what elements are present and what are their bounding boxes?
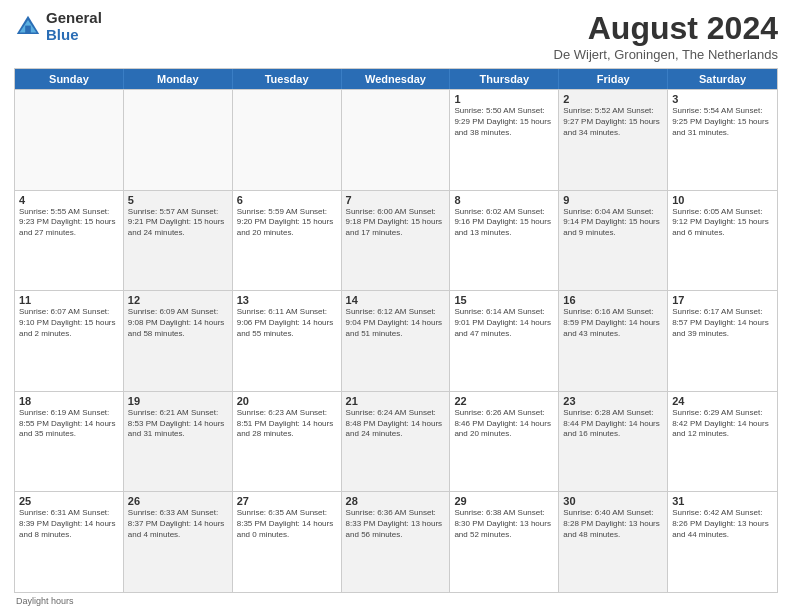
calendar-cell: 29Sunrise: 6:38 AM Sunset: 8:30 PM Dayli… xyxy=(450,492,559,592)
day-info: Sunrise: 5:54 AM Sunset: 9:25 PM Dayligh… xyxy=(672,106,773,138)
day-number: 16 xyxy=(563,294,663,306)
calendar-cell: 8Sunrise: 6:02 AM Sunset: 9:16 PM Daylig… xyxy=(450,191,559,291)
main-title: August 2024 xyxy=(554,10,778,47)
calendar-cell: 15Sunrise: 6:14 AM Sunset: 9:01 PM Dayli… xyxy=(450,291,559,391)
day-info: Sunrise: 6:11 AM Sunset: 9:06 PM Dayligh… xyxy=(237,307,337,339)
calendar-cell: 21Sunrise: 6:24 AM Sunset: 8:48 PM Dayli… xyxy=(342,392,451,492)
calendar-cell: 17Sunrise: 6:17 AM Sunset: 8:57 PM Dayli… xyxy=(668,291,777,391)
day-info: Sunrise: 6:26 AM Sunset: 8:46 PM Dayligh… xyxy=(454,408,554,440)
page: General Blue August 2024 De Wijert, Gron… xyxy=(0,0,792,612)
calendar-header: SundayMondayTuesdayWednesdayThursdayFrid… xyxy=(15,69,777,89)
day-info: Sunrise: 6:04 AM Sunset: 9:14 PM Dayligh… xyxy=(563,207,663,239)
day-info: Sunrise: 6:21 AM Sunset: 8:53 PM Dayligh… xyxy=(128,408,228,440)
day-info: Sunrise: 6:28 AM Sunset: 8:44 PM Dayligh… xyxy=(563,408,663,440)
day-info: Sunrise: 6:14 AM Sunset: 9:01 PM Dayligh… xyxy=(454,307,554,339)
calendar-cell: 24Sunrise: 6:29 AM Sunset: 8:42 PM Dayli… xyxy=(668,392,777,492)
day-number: 9 xyxy=(563,194,663,206)
day-of-week-thursday: Thursday xyxy=(450,69,559,89)
day-number: 23 xyxy=(563,395,663,407)
day-of-week-wednesday: Wednesday xyxy=(342,69,451,89)
day-number: 14 xyxy=(346,294,446,306)
calendar-cell: 1Sunrise: 5:50 AM Sunset: 9:29 PM Daylig… xyxy=(450,90,559,190)
logo-general: General xyxy=(46,10,102,27)
day-info: Sunrise: 6:42 AM Sunset: 8:26 PM Dayligh… xyxy=(672,508,773,540)
calendar-cell: 12Sunrise: 6:09 AM Sunset: 9:08 PM Dayli… xyxy=(124,291,233,391)
day-info: Sunrise: 5:50 AM Sunset: 9:29 PM Dayligh… xyxy=(454,106,554,138)
logo-text: General Blue xyxy=(46,10,102,43)
logo-blue: Blue xyxy=(46,27,102,44)
day-number: 26 xyxy=(128,495,228,507)
calendar-cell: 25Sunrise: 6:31 AM Sunset: 8:39 PM Dayli… xyxy=(15,492,124,592)
day-info: Sunrise: 5:59 AM Sunset: 9:20 PM Dayligh… xyxy=(237,207,337,239)
subtitle: De Wijert, Groningen, The Netherlands xyxy=(554,47,778,62)
svg-rect-2 xyxy=(25,25,31,33)
calendar-cell: 2Sunrise: 5:52 AM Sunset: 9:27 PM Daylig… xyxy=(559,90,668,190)
day-number: 4 xyxy=(19,194,119,206)
header: General Blue August 2024 De Wijert, Gron… xyxy=(14,10,778,62)
day-info: Sunrise: 6:02 AM Sunset: 9:16 PM Dayligh… xyxy=(454,207,554,239)
day-info: Sunrise: 6:23 AM Sunset: 8:51 PM Dayligh… xyxy=(237,408,337,440)
calendar-week-5: 25Sunrise: 6:31 AM Sunset: 8:39 PM Dayli… xyxy=(15,491,777,592)
day-number: 5 xyxy=(128,194,228,206)
calendar-week-4: 18Sunrise: 6:19 AM Sunset: 8:55 PM Dayli… xyxy=(15,391,777,492)
calendar-cell: 27Sunrise: 6:35 AM Sunset: 8:35 PM Dayli… xyxy=(233,492,342,592)
day-info: Sunrise: 6:38 AM Sunset: 8:30 PM Dayligh… xyxy=(454,508,554,540)
calendar-cell: 3Sunrise: 5:54 AM Sunset: 9:25 PM Daylig… xyxy=(668,90,777,190)
day-info: Sunrise: 6:12 AM Sunset: 9:04 PM Dayligh… xyxy=(346,307,446,339)
calendar-cell: 31Sunrise: 6:42 AM Sunset: 8:26 PM Dayli… xyxy=(668,492,777,592)
day-info: Sunrise: 6:31 AM Sunset: 8:39 PM Dayligh… xyxy=(19,508,119,540)
day-number: 8 xyxy=(454,194,554,206)
day-info: Sunrise: 5:52 AM Sunset: 9:27 PM Dayligh… xyxy=(563,106,663,138)
day-number: 11 xyxy=(19,294,119,306)
day-number: 20 xyxy=(237,395,337,407)
day-number: 6 xyxy=(237,194,337,206)
day-of-week-friday: Friday xyxy=(559,69,668,89)
title-section: August 2024 De Wijert, Groningen, The Ne… xyxy=(554,10,778,62)
footer-note: Daylight hours xyxy=(14,593,778,606)
calendar-cell: 19Sunrise: 6:21 AM Sunset: 8:53 PM Dayli… xyxy=(124,392,233,492)
day-number: 28 xyxy=(346,495,446,507)
calendar: SundayMondayTuesdayWednesdayThursdayFrid… xyxy=(14,68,778,593)
day-number: 27 xyxy=(237,495,337,507)
calendar-body: 1Sunrise: 5:50 AM Sunset: 9:29 PM Daylig… xyxy=(15,89,777,592)
day-info: Sunrise: 6:19 AM Sunset: 8:55 PM Dayligh… xyxy=(19,408,119,440)
day-number: 1 xyxy=(454,93,554,105)
day-number: 18 xyxy=(19,395,119,407)
day-info: Sunrise: 6:29 AM Sunset: 8:42 PM Dayligh… xyxy=(672,408,773,440)
calendar-cell: 26Sunrise: 6:33 AM Sunset: 8:37 PM Dayli… xyxy=(124,492,233,592)
day-number: 10 xyxy=(672,194,773,206)
calendar-cell: 4Sunrise: 5:55 AM Sunset: 9:23 PM Daylig… xyxy=(15,191,124,291)
calendar-cell: 20Sunrise: 6:23 AM Sunset: 8:51 PM Dayli… xyxy=(233,392,342,492)
day-info: Sunrise: 6:07 AM Sunset: 9:10 PM Dayligh… xyxy=(19,307,119,339)
calendar-cell: 13Sunrise: 6:11 AM Sunset: 9:06 PM Dayli… xyxy=(233,291,342,391)
day-info: Sunrise: 6:33 AM Sunset: 8:37 PM Dayligh… xyxy=(128,508,228,540)
calendar-cell: 18Sunrise: 6:19 AM Sunset: 8:55 PM Dayli… xyxy=(15,392,124,492)
calendar-week-3: 11Sunrise: 6:07 AM Sunset: 9:10 PM Dayli… xyxy=(15,290,777,391)
day-of-week-sunday: Sunday xyxy=(15,69,124,89)
calendar-cell: 22Sunrise: 6:26 AM Sunset: 8:46 PM Dayli… xyxy=(450,392,559,492)
calendar-cell: 23Sunrise: 6:28 AM Sunset: 8:44 PM Dayli… xyxy=(559,392,668,492)
day-number: 22 xyxy=(454,395,554,407)
day-number: 24 xyxy=(672,395,773,407)
calendar-cell xyxy=(233,90,342,190)
day-number: 2 xyxy=(563,93,663,105)
day-number: 17 xyxy=(672,294,773,306)
day-info: Sunrise: 5:55 AM Sunset: 9:23 PM Dayligh… xyxy=(19,207,119,239)
day-of-week-tuesday: Tuesday xyxy=(233,69,342,89)
logo-icon xyxy=(14,13,42,41)
day-info: Sunrise: 6:17 AM Sunset: 8:57 PM Dayligh… xyxy=(672,307,773,339)
calendar-cell xyxy=(15,90,124,190)
calendar-cell: 5Sunrise: 5:57 AM Sunset: 9:21 PM Daylig… xyxy=(124,191,233,291)
calendar-cell: 14Sunrise: 6:12 AM Sunset: 9:04 PM Dayli… xyxy=(342,291,451,391)
day-number: 12 xyxy=(128,294,228,306)
calendar-cell: 9Sunrise: 6:04 AM Sunset: 9:14 PM Daylig… xyxy=(559,191,668,291)
day-of-week-monday: Monday xyxy=(124,69,233,89)
day-info: Sunrise: 5:57 AM Sunset: 9:21 PM Dayligh… xyxy=(128,207,228,239)
calendar-cell: 16Sunrise: 6:16 AM Sunset: 8:59 PM Dayli… xyxy=(559,291,668,391)
day-number: 13 xyxy=(237,294,337,306)
calendar-cell: 30Sunrise: 6:40 AM Sunset: 8:28 PM Dayli… xyxy=(559,492,668,592)
calendar-cell: 10Sunrise: 6:05 AM Sunset: 9:12 PM Dayli… xyxy=(668,191,777,291)
day-info: Sunrise: 6:24 AM Sunset: 8:48 PM Dayligh… xyxy=(346,408,446,440)
calendar-week-2: 4Sunrise: 5:55 AM Sunset: 9:23 PM Daylig… xyxy=(15,190,777,291)
calendar-cell: 28Sunrise: 6:36 AM Sunset: 8:33 PM Dayli… xyxy=(342,492,451,592)
